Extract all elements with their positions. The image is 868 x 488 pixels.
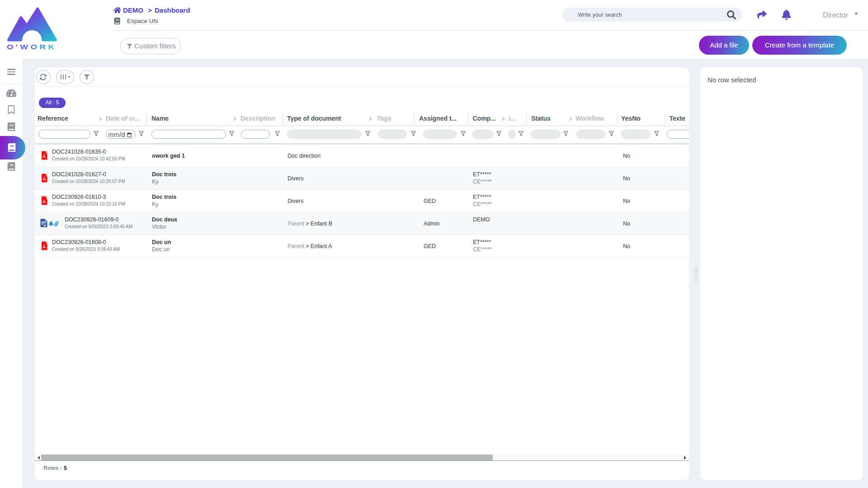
svg-text:O'WORK: O'WORK xyxy=(7,43,57,51)
svg-text:w: w xyxy=(43,224,46,227)
